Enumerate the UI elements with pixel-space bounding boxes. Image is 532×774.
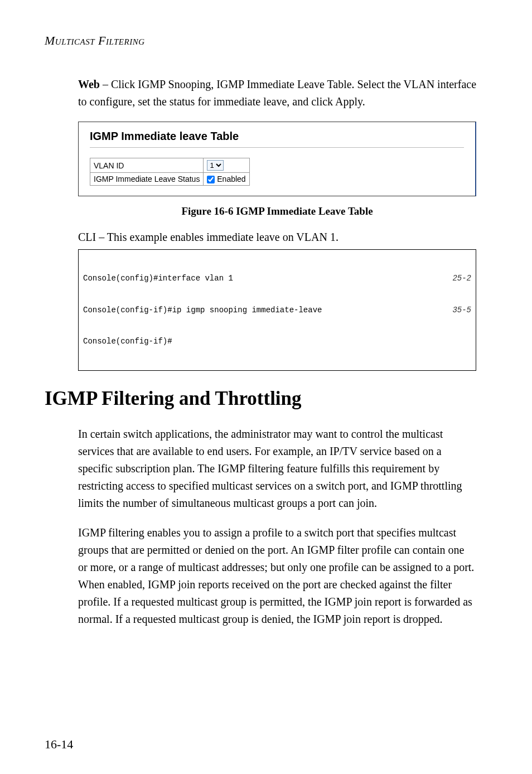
- figure-caption: Figure 16-6 IGMP Immediate Leave Table: [78, 205, 476, 217]
- enabled-label: Enabled: [217, 175, 245, 183]
- web-instructions: Web – Click IGMP Snooping, IGMP Immediat…: [78, 76, 476, 110]
- code-line: Console(config)#interface vlan 1 25-2: [83, 273, 471, 284]
- vlan-id-cell: 1: [204, 158, 249, 173]
- code-text: Console(config-if)#: [83, 336, 172, 347]
- section-heading: IGMP Filtering and Throttling: [45, 388, 476, 410]
- web-label: Web: [78, 78, 100, 90]
- table-row: IGMP Immediate Leave Status Enabled: [90, 173, 250, 186]
- vlan-id-label: VLAN ID: [90, 158, 204, 173]
- page-number: 16-14: [45, 737, 73, 752]
- running-header: Multicast Filtering: [45, 33, 487, 48]
- code-text: Console(config-if)#ip igmp snooping imme…: [83, 305, 322, 316]
- code-line: Console(config-if)#ip igmp snooping imme…: [83, 305, 471, 316]
- igmp-leave-panel: IGMP Immediate leave Table VLAN ID 1 IGM…: [78, 122, 476, 196]
- section-paragraph-1: In certain switch applications, the admi…: [78, 425, 476, 512]
- table-row: VLAN ID 1: [90, 158, 250, 173]
- panel-divider: [90, 147, 464, 148]
- leave-status-label: IGMP Immediate Leave Status: [90, 173, 204, 186]
- panel-table: VLAN ID 1 IGMP Immediate Leave Status En…: [90, 158, 250, 186]
- vlan-id-select[interactable]: 1: [207, 160, 224, 171]
- section-paragraph-2: IGMP filtering enables you to assign a p…: [78, 524, 476, 628]
- cli-code-block: Console(config)#interface vlan 1 25-2 Co…: [78, 249, 476, 371]
- code-text: Console(config)#interface vlan 1: [83, 273, 233, 284]
- panel-title: IGMP Immediate leave Table: [90, 130, 464, 143]
- enabled-checkbox[interactable]: [207, 176, 215, 183]
- web-text: – Click IGMP Snooping, IGMP Immediate Le…: [78, 78, 476, 108]
- code-reference: 35-5: [452, 305, 471, 316]
- cli-intro: CLI – This example enables immediate lea…: [78, 229, 476, 246]
- code-line: Console(config-if)#: [83, 336, 471, 347]
- leave-status-cell: Enabled: [204, 173, 249, 186]
- code-reference: 25-2: [452, 273, 471, 284]
